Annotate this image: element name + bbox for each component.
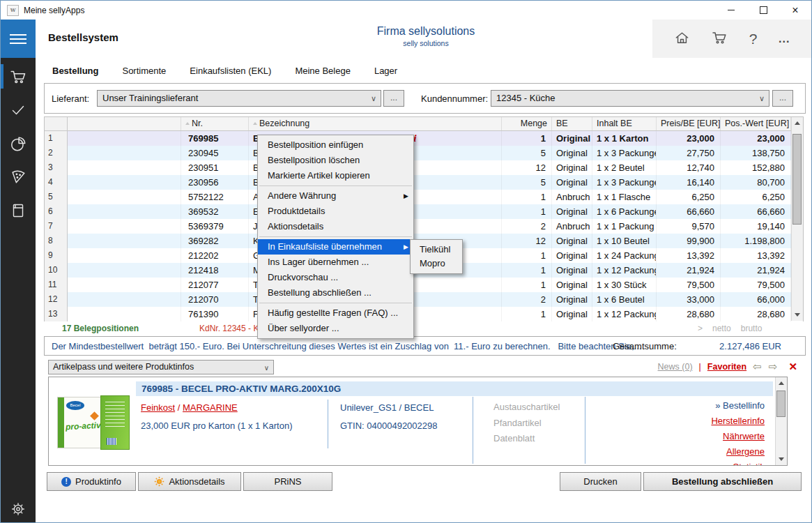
menu-item[interactable]: Andere Währung ▶ (258, 188, 413, 204)
scrollbar-thumb[interactable] (792, 134, 802, 225)
scroll-up-button[interactable] (776, 377, 787, 389)
table-row[interactable]: 13 761390 FRISCHLI CREMEi 1 Original 1 x… (45, 307, 803, 321)
menu-item[interactable]: Bestellposition löschen ▶ (258, 153, 413, 168)
kunden-select[interactable]: 12345 - Küche ∨ (491, 90, 769, 107)
col-inhalt[interactable]: Inhalt BE (592, 117, 657, 130)
menu-item[interactable]: Druckvorschau ... ▶ (258, 270, 413, 285)
subcategory-link[interactable]: MARGARINE (183, 402, 238, 413)
tab[interactable]: Einkaufslisten (EKL) (187, 66, 274, 76)
menu-item[interactable]: Häufig gestellte Fragen (FAQ) ... ▶ (258, 305, 413, 321)
menu-item[interactable]: Produktdetails ▶ (258, 204, 413, 219)
minimize-button[interactable] (715, 1, 747, 20)
bestellung-abschliessen-button[interactable]: Bestellung abschließen (643, 472, 802, 491)
cart-button[interactable] (711, 29, 728, 48)
sidebar-item-statistics[interactable] (1, 133, 36, 153)
submenu-item[interactable]: Tielkühl (411, 243, 462, 257)
menu-item[interactable]: Ins Lager übernehmen ... ▶ (258, 255, 413, 270)
context-submenu: TielkühlMopro (410, 239, 463, 274)
product-flag[interactable]: Pfandartikel (493, 416, 560, 432)
chevron-down-icon: ∨ (264, 361, 269, 374)
table-row[interactable]: 4 230956 BUER.TORTELLINi 5 Original 1 x … (45, 175, 803, 190)
tab[interactable]: Sortimente (119, 66, 169, 76)
col-preis[interactable]: Preis/BE [EUR] (657, 117, 721, 130)
news-link[interactable]: News (0) (658, 362, 693, 372)
maximize-button[interactable] (747, 1, 779, 20)
col-nr[interactable]: Nr. (181, 117, 249, 130)
panel-scrollbar[interactable] (775, 377, 787, 465)
table-row[interactable]: 6 369532 EDUSCHO ESPRi 1 Original 1 x 6 … (45, 204, 803, 219)
table-row[interactable]: 5 5752122 APPEL ZUCKER Ci 1 Anbruch 1 x … (45, 190, 803, 204)
brutto-toggle[interactable]: brutto (741, 324, 763, 333)
cart-icon (711, 29, 728, 46)
triangle-down-icon (795, 313, 800, 317)
table-row[interactable]: 11 212077 TEEK TEEFLOTTi 1 Original 1 x … (45, 278, 803, 292)
close-panel-icon[interactable]: ✕ (788, 361, 797, 373)
prins-button[interactable]: PRiNS (243, 472, 332, 491)
kunden-browse-button[interactable]: ... (772, 90, 793, 107)
product-detail-link[interactable]: Allergene (711, 444, 765, 460)
order-table: Nr. Bezeichnung Menge BE Inhalt BE Preis… (44, 116, 804, 321)
sidebar-item-order[interactable] (1, 66, 36, 86)
product-flag[interactable]: Datenblatt (493, 431, 560, 447)
netto-toggle[interactable]: netto (712, 324, 731, 333)
lieferant-browse-button[interactable]: ... (383, 90, 404, 107)
sidebar-item-promotions[interactable] (1, 167, 36, 187)
filter-bar: Lieferant: Unser Trainingslieferant ∨ ..… (44, 83, 806, 114)
total-value: 2.127,486 EUR (719, 341, 781, 351)
product-image: Becelpro-activ (54, 388, 132, 457)
tab[interactable]: Bestellung (49, 66, 101, 76)
col-wert[interactable]: Pos.-Wert [EUR] (721, 117, 791, 130)
aktionsdetails-button[interactable]: Aktionsdetails (138, 472, 241, 491)
col-be[interactable]: BE (552, 117, 592, 130)
settings-button[interactable] (1, 501, 36, 517)
tab[interactable]: Lager (371, 66, 400, 76)
scrollbar-thumb[interactable] (776, 391, 786, 417)
col-bezeichnung[interactable]: Bezeichnung (249, 117, 502, 130)
order-table-body: 1 769985 BECEL PRO-AKTIV MARG.200X10Gi 1… (45, 131, 803, 321)
menu-button[interactable] (1, 20, 36, 58)
home-button[interactable] (674, 30, 690, 48)
menu-item[interactable]: Aktionsdetails ▶ (258, 219, 413, 234)
close-button[interactable]: × (779, 1, 811, 20)
menu-item[interactable]: Über sellyorder ... ▶ (258, 321, 413, 336)
window-title: Meine sellyApps (24, 6, 84, 15)
drucken-button[interactable]: Drucken (560, 472, 641, 491)
category-link[interactable]: Feinkost (141, 402, 175, 413)
scroll-down-button[interactable] (792, 309, 803, 321)
triangle-up-icon (795, 121, 800, 125)
product-detail-link[interactable]: Herstellerinfo (711, 414, 765, 429)
lieferant-select[interactable]: Unser Trainingslieferant ∨ (97, 90, 381, 107)
sidebar-item-catalog[interactable] (1, 200, 36, 220)
product-links: HerstellerinfoNährwerteAllergeneStatisti… (711, 414, 765, 466)
sidebar (1, 20, 36, 522)
table-row[interactable]: 1 769985 BECEL PRO-AKTIV MARG.200X10Gi 1… (45, 131, 803, 146)
scroll-up-button[interactable] (792, 117, 803, 129)
submenu-list: TielkühlMopro (411, 243, 462, 271)
table-row[interactable]: 12 212070 TEEK ZITRONENSi 2 Original 1 x… (45, 292, 803, 307)
submenu-item[interactable]: Mopro (411, 257, 462, 271)
product-detail-link[interactable]: Nährwerte (711, 429, 765, 444)
sidebar-item-tasks[interactable] (1, 100, 36, 120)
favoriten-link[interactable]: Favoriten (707, 362, 746, 372)
product-info-select[interactable]: Artikelpass und weitere Produktinfos ∨ (48, 360, 274, 374)
product-detail-link[interactable]: Statistik (711, 460, 765, 466)
more-button[interactable]: ... (779, 33, 790, 45)
col-menge[interactable]: Menge (502, 117, 552, 130)
menu-item[interactable]: Bestellposition einfügen ▶ (258, 137, 413, 153)
table-row[interactable]: 2 230945 BUER MAULTASCi 5 Original 1 x 3… (45, 146, 803, 160)
menu-item[interactable]: In Einkaufsliste übernehmen ▶ (258, 239, 413, 255)
scroll-down-button[interactable] (776, 453, 787, 465)
menu-item[interactable]: Bestellung abschließen ... ▶ (258, 285, 413, 301)
bestellinfo-link[interactable]: » Bestellinfo (711, 398, 765, 414)
table-scrollbar[interactable] (791, 117, 803, 321)
context-menu: Bestellposition einfügen ▶ Bestellpositi… (257, 135, 414, 339)
minimize-icon (728, 10, 735, 10)
table-row[interactable]: 7 5369379 JAC.LE GRAND Ci 2 Anbruch 1 x … (45, 219, 803, 234)
help-button[interactable]: ? (749, 31, 758, 47)
table-row[interactable]: 3 230951 BUER.SCHUPFNi 12 Original 1 x 2… (45, 160, 803, 175)
prev-next-arrows-icon[interactable]: ⇦ ⇨ (753, 361, 779, 373)
produktinfo-button[interactable]: ! Produktinfo (47, 472, 136, 491)
product-flag[interactable]: Austauschartikel (493, 400, 560, 416)
tab[interactable]: Meine Belege (292, 66, 353, 76)
menu-item[interactable]: Markierte Artikel kopieren ▶ (258, 168, 413, 183)
